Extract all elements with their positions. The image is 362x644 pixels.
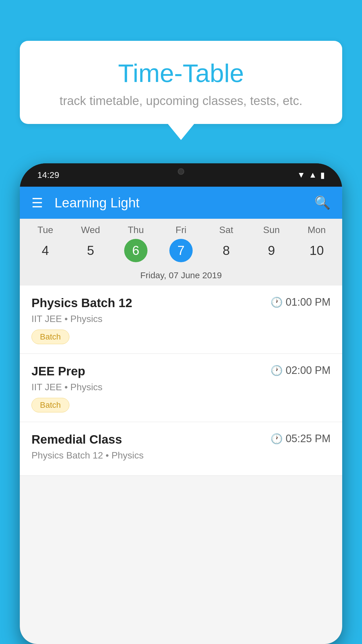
class-list: Physics Batch 12 🕐 01:00 PM IIT JEE • Ph… <box>20 286 342 476</box>
app-screen: ☰ Learning Light 🔍 Tue Wed Thu Fri Sat S… <box>20 187 342 644</box>
class-item-remedial[interactable]: Remedial Class 🕐 05:25 PM Physics Batch … <box>20 422 342 476</box>
class-item-header-3: Remedial Class 🕐 05:25 PM <box>31 433 331 447</box>
class-name-1: Physics Batch 12 <box>31 296 132 310</box>
class-subtitle-1: IIT JEE • Physics <box>31 314 331 324</box>
day-cell-4[interactable]: 4 <box>23 239 68 262</box>
day-header-fri: Fri <box>158 225 203 235</box>
class-item-header-2: JEE Prep 🕐 02:00 PM <box>31 364 331 378</box>
selected-date-label: Friday, 07 June 2019 <box>20 267 342 286</box>
class-name-2: JEE Prep <box>31 364 85 378</box>
battery-icon: ▮ <box>320 170 325 180</box>
speech-bubble-title: Time-Table <box>43 58 319 88</box>
class-time-value-2: 02:00 PM <box>286 364 331 377</box>
class-name-3: Remedial Class <box>31 433 122 447</box>
status-time: 14:29 <box>37 170 59 180</box>
phone-frame: 14:29 ▼ ▲ ▮ ☰ Learning Light 🔍 Tue Wed T… <box>20 163 342 644</box>
day-cell-8[interactable]: 8 <box>204 239 249 262</box>
class-item-physics-batch[interactable]: Physics Batch 12 🕐 01:00 PM IIT JEE • Ph… <box>20 286 342 354</box>
day-cell-9[interactable]: 9 <box>249 239 294 262</box>
status-icons: ▼ ▲ ▮ <box>297 170 325 180</box>
speech-bubble-subtitle: track timetable, upcoming classes, tests… <box>43 94 319 108</box>
day-header-tue: Tue <box>23 225 68 235</box>
speech-bubble: Time-Table track timetable, upcoming cla… <box>20 41 342 124</box>
phone-notch <box>158 163 204 179</box>
app-bar: ☰ Learning Light 🔍 <box>20 187 342 219</box>
batch-tag-2: Batch <box>31 398 69 412</box>
day-number-9[interactable]: 9 <box>268 239 275 262</box>
day-header-thu: Thu <box>113 225 158 235</box>
hamburger-icon[interactable]: ☰ <box>31 195 43 210</box>
class-time-1: 🕐 01:00 PM <box>270 296 331 308</box>
class-item-header-1: Physics Batch 12 🕐 01:00 PM <box>31 296 331 310</box>
day-numbers: 4 5 6 7 8 9 10 <box>20 239 342 267</box>
day-header-wed: Wed <box>68 225 113 235</box>
batch-tag-1: Batch <box>31 330 69 344</box>
class-subtitle-2: IIT JEE • Physics <box>31 382 331 393</box>
calendar-strip: Tue Wed Thu Fri Sat Sun Mon 4 5 6 7 <box>20 219 342 286</box>
day-header-sat: Sat <box>204 225 249 235</box>
day-number-5[interactable]: 5 <box>87 239 94 262</box>
clock-icon-1: 🕐 <box>270 296 283 308</box>
day-header-sun: Sun <box>249 225 294 235</box>
class-time-value-3: 05:25 PM <box>286 433 331 445</box>
class-subtitle-3: Physics Batch 12 • Physics <box>31 450 331 461</box>
status-bar: 14:29 ▼ ▲ ▮ <box>20 163 342 187</box>
phone-camera <box>178 168 184 175</box>
day-cell-7[interactable]: 7 <box>158 239 203 262</box>
class-time-3: 🕐 05:25 PM <box>270 433 331 445</box>
class-time-value-1: 01:00 PM <box>286 296 331 308</box>
day-headers: Tue Wed Thu Fri Sat Sun Mon <box>20 225 342 239</box>
day-number-8[interactable]: 8 <box>223 239 229 262</box>
speech-bubble-section: Time-Table track timetable, upcoming cla… <box>20 41 342 140</box>
day-cell-10[interactable]: 10 <box>294 239 339 262</box>
class-item-jee-prep[interactable]: JEE Prep 🕐 02:00 PM IIT JEE • Physics Ba… <box>20 354 342 422</box>
speech-bubble-arrow <box>168 124 194 140</box>
app-bar-title: Learning Light <box>55 195 314 211</box>
clock-icon-3: 🕐 <box>270 433 283 444</box>
day-number-6-today[interactable]: 6 <box>124 239 147 262</box>
day-number-10[interactable]: 10 <box>313 239 320 262</box>
day-number-4[interactable]: 4 <box>42 239 49 262</box>
signal-icon: ▲ <box>309 170 317 180</box>
class-time-2: 🕐 02:00 PM <box>270 364 331 377</box>
day-number-7-selected[interactable]: 7 <box>169 239 193 262</box>
day-cell-6[interactable]: 6 <box>113 239 158 262</box>
clock-icon-2: 🕐 <box>270 365 283 376</box>
day-header-mon: Mon <box>294 225 339 235</box>
search-icon[interactable]: 🔍 <box>314 195 331 210</box>
wifi-icon: ▼ <box>297 170 305 180</box>
day-cell-5[interactable]: 5 <box>68 239 113 262</box>
